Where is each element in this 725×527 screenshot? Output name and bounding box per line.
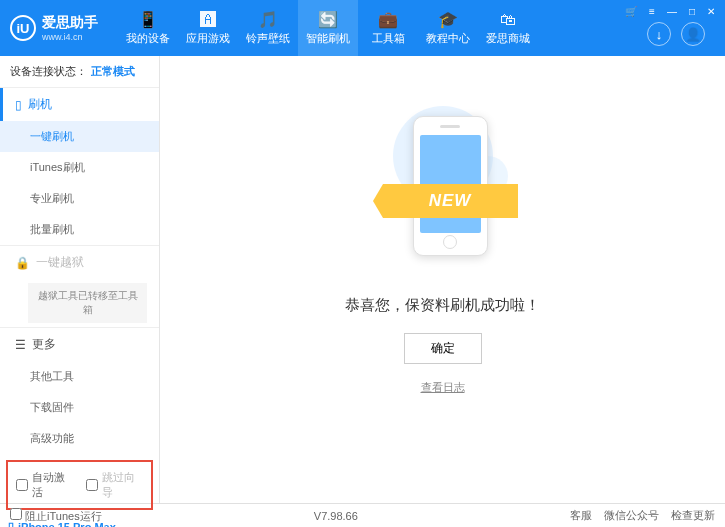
nav-icon: 🎵 xyxy=(258,10,278,29)
auto-activate-checkbox[interactable]: 自动激活 xyxy=(16,470,74,500)
new-ribbon: NEW xyxy=(383,184,518,218)
ok-button[interactable]: 确定 xyxy=(404,333,482,364)
nav-icon: 🛍 xyxy=(500,11,516,29)
sidebar-item-more-2[interactable]: 高级功能 xyxy=(0,423,159,454)
download-button[interactable]: ↓ xyxy=(647,22,671,46)
sidebar-section-jailbreak: 🔒 一键越狱 xyxy=(0,246,159,279)
success-message: 恭喜您，保资料刷机成功啦！ xyxy=(345,296,540,315)
phone-icon: ▯ xyxy=(15,98,22,112)
nav-icon: 💼 xyxy=(378,10,398,29)
list-icon: ☰ xyxy=(15,338,26,352)
nav-6[interactable]: 🛍爱思商城 xyxy=(478,0,538,56)
sidebar-item-flash-1[interactable]: iTunes刷机 xyxy=(0,152,159,183)
nav-2[interactable]: 🎵铃声壁纸 xyxy=(238,0,298,56)
sidebar-item-flash-3[interactable]: 批量刷机 xyxy=(0,214,159,245)
app-header: iU 爱思助手 www.i4.cn 📱我的设备🅰应用游戏🎵铃声壁纸🔄智能刷机💼工… xyxy=(0,0,725,56)
nav-0[interactable]: 📱我的设备 xyxy=(118,0,178,56)
sidebar-section-more[interactable]: ☰ 更多 xyxy=(0,328,159,361)
view-log-link[interactable]: 查看日志 xyxy=(421,380,465,395)
nav-icon: 🔄 xyxy=(318,10,338,29)
nav-3[interactable]: 🔄智能刷机 xyxy=(298,0,358,56)
nav-5[interactable]: 🎓教程中心 xyxy=(418,0,478,56)
sidebar-item-flash-0[interactable]: 一键刷机 xyxy=(0,121,159,152)
nav-icon: 🅰 xyxy=(200,11,216,29)
status-value: 正常模式 xyxy=(91,64,135,79)
app-name: 爱思助手 xyxy=(42,14,98,32)
close-button[interactable]: ✕ xyxy=(703,4,719,19)
main-content: NEW 恭喜您，保资料刷机成功啦！ 确定 查看日志 xyxy=(160,56,725,503)
window-controls: 🛒 ≡ — □ ✕ xyxy=(621,4,719,19)
maximize-button[interactable]: □ xyxy=(685,4,699,19)
logo-icon: iU xyxy=(10,15,36,41)
block-itunes-checkbox[interactable]: 阻止iTunes运行 xyxy=(10,508,102,524)
minimize-button[interactable]: — xyxy=(663,4,681,19)
connection-status: 设备连接状态： 正常模式 xyxy=(0,56,159,87)
jailbreak-note: 越狱工具已转移至工具箱 xyxy=(28,283,147,323)
sidebar-item-flash-2[interactable]: 专业刷机 xyxy=(0,183,159,214)
success-illustration: NEW xyxy=(373,96,513,276)
menu-icon[interactable]: ≡ xyxy=(645,4,659,19)
app-logo: iU 爱思助手 www.i4.cn xyxy=(10,14,98,42)
lock-icon: 🔒 xyxy=(15,256,30,270)
options-box: 自动激活 跳过向导 xyxy=(6,460,153,510)
skip-guide-checkbox[interactable]: 跳过向导 xyxy=(86,470,144,500)
user-button[interactable]: 👤 xyxy=(681,22,705,46)
sidebar-item-more-0[interactable]: 其他工具 xyxy=(0,361,159,392)
nav-1[interactable]: 🅰应用游戏 xyxy=(178,0,238,56)
app-url: www.i4.cn xyxy=(42,32,98,42)
nav-icon: 📱 xyxy=(138,10,158,29)
sidebar: 设备连接状态： 正常模式 ▯ 刷机 一键刷机iTunes刷机专业刷机批量刷机 🔒… xyxy=(0,56,160,503)
footer-link-1[interactable]: 微信公众号 xyxy=(604,508,659,523)
version-label: V7.98.66 xyxy=(314,510,358,522)
sidebar-section-flash[interactable]: ▯ 刷机 xyxy=(0,88,159,121)
main-nav: 📱我的设备🅰应用游戏🎵铃声壁纸🔄智能刷机💼工具箱🎓教程中心🛍爱思商城 xyxy=(118,0,538,56)
cart-icon[interactable]: 🛒 xyxy=(621,4,641,19)
nav-4[interactable]: 💼工具箱 xyxy=(358,0,418,56)
sidebar-item-more-1[interactable]: 下载固件 xyxy=(0,392,159,423)
footer-link-2[interactable]: 检查更新 xyxy=(671,508,715,523)
footer-link-0[interactable]: 客服 xyxy=(570,508,592,523)
nav-icon: 🎓 xyxy=(438,10,458,29)
